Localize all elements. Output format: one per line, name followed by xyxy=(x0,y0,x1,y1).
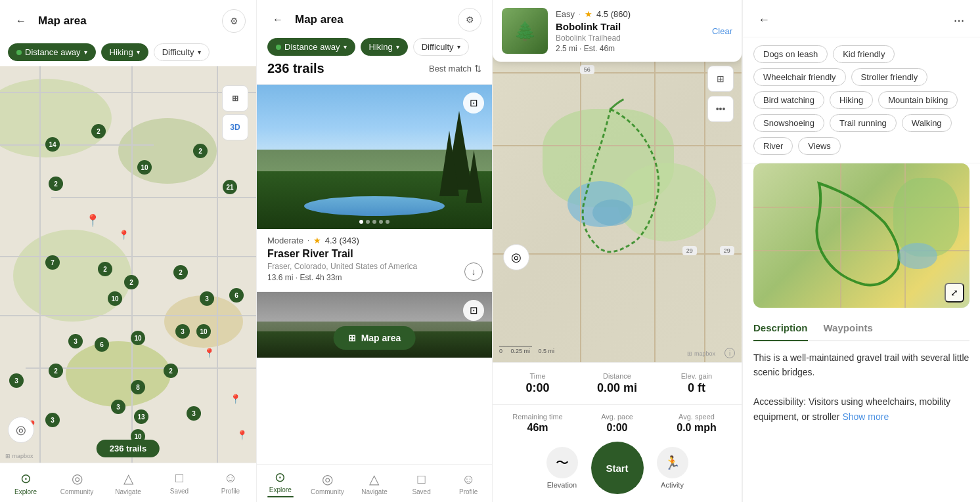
layer-button[interactable]: ⊞ xyxy=(222,85,248,112)
chip-arrow-icon: ▾ xyxy=(396,43,399,51)
active-indicator xyxy=(267,496,294,497)
list-filter-button[interactable]: ⚙ xyxy=(458,8,481,31)
trail-marker[interactable]: 10 xyxy=(131,331,145,345)
trail-marker[interactable]: 8 xyxy=(131,380,145,394)
list-chip-distance[interactable]: Distance away ▾ xyxy=(267,38,355,56)
mapbox-logo: ⊞ mapbox xyxy=(5,453,33,459)
save-button-2[interactable]: ⊡ xyxy=(463,300,484,321)
trail-marker[interactable]: 10 xyxy=(137,160,152,175)
trail-marker[interactable]: 13 xyxy=(134,409,148,424)
trail-marker[interactable]: 10 xyxy=(196,324,211,339)
trail-card-2[interactable]: ⊡ ⊞ Map area xyxy=(257,292,492,358)
separator: · xyxy=(579,10,581,18)
navigate-icon: △ xyxy=(369,471,379,487)
trail-marker[interactable]: 3 xyxy=(200,291,214,306)
3d-button[interactable]: 3D xyxy=(222,114,248,140)
list-nav-saved[interactable]: □ Saved xyxy=(398,465,445,502)
chip-distance-away[interactable]: Distance away ▾ xyxy=(8,43,96,61)
chip-hiking[interactable]: Hiking ▾ xyxy=(101,43,148,61)
trail-marker[interactable]: 6 xyxy=(229,288,244,303)
elevation-button[interactable]: 〜 Elevation xyxy=(546,447,578,489)
trail-marker[interactable]: 2 xyxy=(49,364,63,378)
list-chip-hiking[interactable]: Hiking ▾ xyxy=(361,38,408,56)
terrain-patch xyxy=(66,341,171,407)
remaining-stat: Remaining time 46m xyxy=(498,410,577,436)
map-back-button[interactable]: ← xyxy=(11,10,32,31)
trail-marker[interactable]: 2 xyxy=(91,124,106,138)
time-value: 0:00 xyxy=(498,381,577,395)
tag-wheelchair-friendly[interactable]: Wheelchair friendly xyxy=(753,68,846,86)
trail-marker[interactable]: 3 xyxy=(68,334,83,348)
list-nav-explore[interactable]: ⊙ Explore xyxy=(257,465,304,502)
tag-mountain-biking[interactable]: Mountain biking xyxy=(878,91,958,109)
trail-marker[interactable]: 14 xyxy=(45,137,60,152)
trail-marker[interactable]: 2 xyxy=(98,262,112,276)
trail-marker[interactable]: 3 xyxy=(45,413,60,427)
mini-lake xyxy=(898,243,937,269)
trail-map-more-button[interactable]: ••• xyxy=(707,96,734,122)
trail-detail-map-panel: 🌲 Easy · ★ 4.5 (860) Bobolink Trail Bobo… xyxy=(493,0,742,502)
trail-mini-map[interactable]: ⤢ xyxy=(753,163,969,308)
list-nav-navigate[interactable]: △ Navigate xyxy=(351,465,398,502)
tag-trail-running[interactable]: Trail running xyxy=(830,114,897,132)
tag-kid-friendly[interactable]: Kid friendly xyxy=(833,45,895,63)
trail-image-2: ⊡ ⊞ Map area xyxy=(257,292,492,358)
trail-marker[interactable]: 7 xyxy=(45,255,60,270)
chip-arrow-icon: ▾ xyxy=(344,43,347,51)
trail-map-layers-button[interactable]: ⊞ xyxy=(707,66,734,92)
map-filter-button[interactable]: ⚙ xyxy=(222,9,246,33)
trail-marker[interactable]: 3 xyxy=(111,400,125,414)
trail-marker[interactable]: 3 xyxy=(9,373,24,388)
location-button[interactable]: ◎ xyxy=(8,417,34,443)
trail-marker[interactable]: 6 xyxy=(95,337,109,352)
chip-difficulty[interactable]: Difficulty ▾ xyxy=(154,43,210,61)
save-button[interactable]: ⊡ xyxy=(463,93,484,114)
map-overlay-button[interactable]: ⊞ Map area xyxy=(334,326,416,350)
trail-marker[interactable]: 21 xyxy=(223,180,237,194)
list-back-button[interactable]: ← xyxy=(267,9,288,30)
tag-river[interactable]: River xyxy=(753,137,793,155)
nav-navigate[interactable]: △ Navigate xyxy=(102,463,154,502)
nav-explore[interactable]: ⊙ Explore xyxy=(0,463,51,502)
popup-trail-image: 🌲 xyxy=(502,8,548,54)
trail-marker[interactable]: 2 xyxy=(193,144,208,158)
trail-marker[interactable]: 2 xyxy=(164,364,178,378)
nav-community[interactable]: ◎ Community xyxy=(51,463,102,502)
tag-stroller-friendly[interactable]: Stroller friendly xyxy=(851,68,928,86)
show-more-button[interactable]: Show more xyxy=(842,411,889,422)
detail-back-button[interactable]: ← xyxy=(753,9,774,30)
tag-hiking[interactable]: Hiking xyxy=(830,91,873,109)
sort-button[interactable]: Best match ⇅ xyxy=(429,64,481,73)
trail-marker[interactable]: 10 xyxy=(108,291,122,306)
tag-walking[interactable]: Walking xyxy=(902,114,952,132)
expand-map-button[interactable]: ⤢ xyxy=(945,283,964,303)
trail-map-location-button[interactable]: ◎ xyxy=(503,244,529,270)
trail-marker[interactable]: 2 xyxy=(124,275,139,289)
tag-snowshoeing[interactable]: Snowshoeing xyxy=(753,114,824,132)
trail-marker[interactable]: 2 xyxy=(49,177,63,191)
trail-marker[interactable]: 2 xyxy=(173,265,188,280)
tab-waypoints[interactable]: Waypoints xyxy=(824,316,873,341)
road xyxy=(0,144,154,146)
dot-3 xyxy=(372,220,376,224)
tag-bird-watching[interactable]: Bird watching xyxy=(753,91,824,109)
popup-clear-button[interactable]: Clear xyxy=(712,26,732,36)
tag-dogs-on-leash[interactable]: Dogs on leash xyxy=(753,45,828,63)
activity-button[interactable]: 🏃 Activity xyxy=(657,447,688,489)
elev-stat: Elev. gain 0 ft xyxy=(657,369,736,398)
trail-marker[interactable]: 3 xyxy=(187,406,201,421)
download-button[interactable]: ↓ xyxy=(464,262,483,281)
tab-description[interactable]: Description xyxy=(753,316,808,341)
community-icon: ◎ xyxy=(72,471,83,486)
tag-views[interactable]: Views xyxy=(798,137,840,155)
list-nav-profile[interactable]: ☺ Profile xyxy=(445,465,492,502)
list-nav-community[interactable]: ◎ Community xyxy=(304,465,351,502)
detail-more-button[interactable]: ··· xyxy=(948,9,969,30)
explore-icon: ⊙ xyxy=(20,471,32,486)
trail-marker[interactable]: 3 xyxy=(175,324,190,339)
start-button[interactable]: Start xyxy=(591,442,644,494)
nav-profile[interactable]: ☺ Profile xyxy=(205,463,256,502)
nav-saved[interactable]: □ Saved xyxy=(154,463,205,502)
trail-card[interactable]: ⊡ Moderate · ★ 4.3 (343) xyxy=(257,85,492,292)
list-chip-difficulty[interactable]: Difficulty ▾ xyxy=(413,38,469,56)
